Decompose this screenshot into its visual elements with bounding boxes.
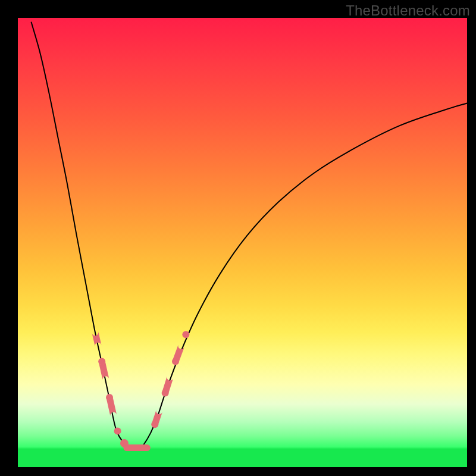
watermark-text: TheBottleneck.com xyxy=(346,2,470,19)
marker-dot xyxy=(182,331,189,338)
marker-dot xyxy=(114,428,121,435)
curve-left-branch xyxy=(32,23,139,449)
marker-pill xyxy=(92,331,102,346)
curves-svg xyxy=(18,18,467,467)
valley-bar xyxy=(123,444,150,451)
curve-right-branch xyxy=(139,103,467,449)
plot-area xyxy=(18,18,467,467)
chart-frame: TheBottleneck.com xyxy=(0,0,476,476)
